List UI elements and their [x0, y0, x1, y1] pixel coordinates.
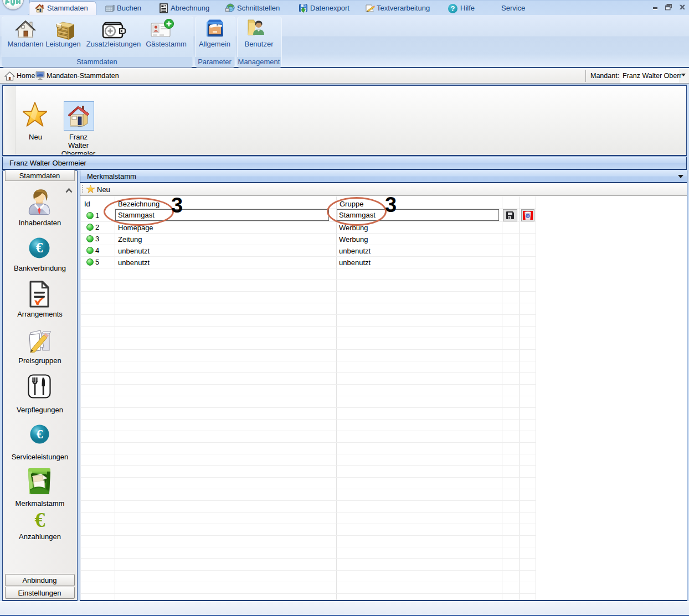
svg-text:€: €: [37, 427, 43, 441]
svg-text:€: €: [36, 240, 43, 255]
